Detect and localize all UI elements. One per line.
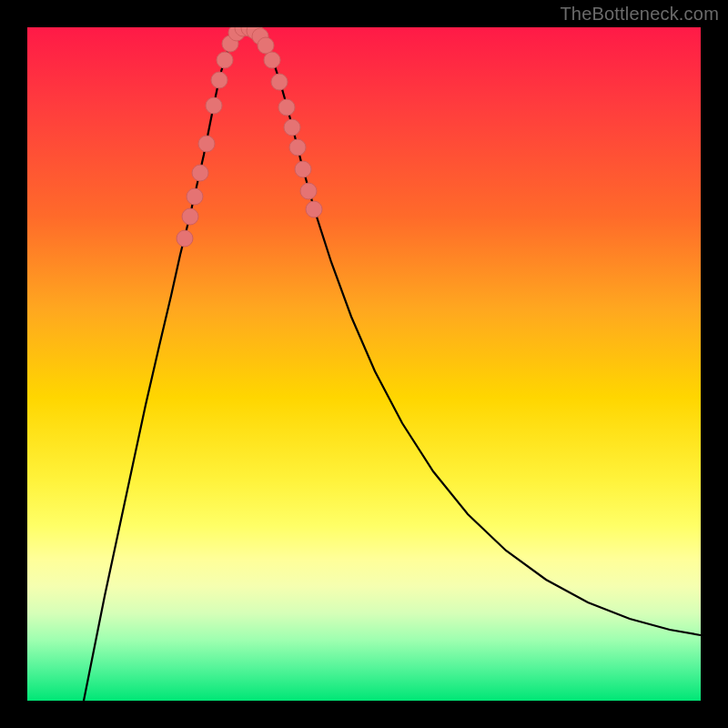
marker-point (182, 208, 198, 225)
marker-point (289, 139, 306, 156)
bottleneck-curve (80, 27, 701, 701)
plot-frame (27, 27, 701, 701)
marker-point (278, 99, 295, 116)
marker-point (217, 52, 233, 68)
marker-point (258, 37, 274, 54)
marker-point (264, 52, 280, 68)
marker-point (177, 230, 193, 247)
watermark-text: TheBottleneck.com (560, 4, 719, 25)
marker-point (284, 119, 300, 136)
marker-point (192, 165, 208, 181)
marker-group (177, 27, 322, 247)
marker-point (295, 161, 311, 177)
marker-point (306, 201, 322, 217)
marker-point (198, 136, 215, 152)
marker-point (211, 72, 228, 88)
marker-point (187, 188, 203, 205)
marker-point (300, 183, 317, 199)
marker-point (271, 74, 288, 90)
chart-svg (27, 27, 701, 701)
marker-point (206, 97, 222, 114)
